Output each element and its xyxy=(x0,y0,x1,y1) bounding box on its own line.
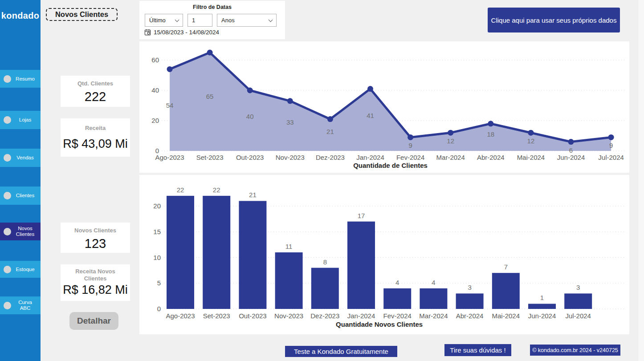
svg-text:7: 7 xyxy=(504,263,508,271)
sidebar-item-resumo[interactable]: Resumo xyxy=(0,70,41,88)
svg-text:Out-2023: Out-2023 xyxy=(236,154,264,161)
svg-text:10: 10 xyxy=(153,254,161,261)
circle-icon xyxy=(4,302,11,309)
circle-icon xyxy=(4,228,11,235)
sidebar-item-curva-abc[interactable]: Curva ABC xyxy=(0,296,41,314)
svg-text:Ago-2023: Ago-2023 xyxy=(155,154,184,161)
period-type-dropdown[interactable]: Último xyxy=(145,14,183,27)
sidebar-item-estoque[interactable]: Estoque xyxy=(0,261,41,278)
svg-text:Jun-2024: Jun-2024 xyxy=(528,312,556,320)
kpi-card-receita-novos-clientes: Receita Novos Clientes R$ 16,82 Mi xyxy=(61,264,130,301)
svg-text:Nov-2023: Nov-2023 xyxy=(274,312,303,320)
kpi-card-qtd-clientes: Qtd. Clientes 222 xyxy=(61,76,130,107)
svg-text:60: 60 xyxy=(151,56,159,64)
page-title: Novos Clientes xyxy=(46,8,118,21)
svg-text:0: 0 xyxy=(157,305,161,312)
sidebar-item-vendas[interactable]: Vendas xyxy=(0,149,41,167)
svg-text:Mai-2024: Mai-2024 xyxy=(492,312,520,320)
period-unit-dropdown[interactable]: Anos xyxy=(217,14,277,27)
scrollbar xyxy=(638,0,644,361)
kpi-label: Qtd. Clientes xyxy=(61,76,130,87)
kpi-value: R$ 16,82 Mi xyxy=(61,283,130,297)
sidebar-item-lojas[interactable]: Lojas xyxy=(0,111,41,129)
svg-text:20: 20 xyxy=(151,117,159,124)
svg-text:33: 33 xyxy=(286,118,294,126)
svg-text:3: 3 xyxy=(576,284,580,291)
detail-button[interactable]: Detalhar xyxy=(69,312,118,330)
svg-text:5: 5 xyxy=(157,279,161,287)
svg-text:40: 40 xyxy=(246,113,254,120)
use-own-data-button[interactable]: Clique aqui para usar seus próprios dado… xyxy=(488,8,620,32)
svg-text:Abr-2024: Abr-2024 xyxy=(456,312,484,320)
kpi-label: Receita xyxy=(61,118,130,132)
date-range-value: 15/08/2023 - 14/08/2024 xyxy=(154,29,219,36)
calendar-icon xyxy=(144,29,151,36)
svg-text:Quantidade Novos Clientes: Quantidade Novos Clientes xyxy=(336,320,423,328)
kpi-value: R$ 43,09 Mi xyxy=(61,137,130,151)
svg-text:20: 20 xyxy=(153,202,161,210)
chevron-down-icon xyxy=(269,17,273,22)
svg-text:40: 40 xyxy=(151,86,159,94)
svg-text:65: 65 xyxy=(206,93,214,100)
svg-text:12: 12 xyxy=(527,137,535,145)
svg-text:Nov-2023: Nov-2023 xyxy=(276,154,305,161)
kondado-logo: kondado xyxy=(0,11,41,21)
svg-text:Ago-2023: Ago-2023 xyxy=(166,312,195,320)
svg-text:Jul-2024: Jul-2024 xyxy=(598,154,624,161)
svg-text:Set-2023: Set-2023 xyxy=(196,154,224,161)
svg-text:15: 15 xyxy=(153,228,161,235)
svg-text:Abr-2024: Abr-2024 xyxy=(477,154,505,161)
kpi-value: 123 xyxy=(61,236,130,251)
svg-text:Jan-2024: Jan-2024 xyxy=(347,312,375,320)
svg-text:Fev-2024: Fev-2024 xyxy=(383,312,412,320)
copyright-badge: © kondado.com.br 2024 - v240725 xyxy=(530,345,620,356)
svg-text:54: 54 xyxy=(166,101,174,109)
svg-text:8: 8 xyxy=(323,258,327,266)
period-count-input[interactable] xyxy=(187,14,212,27)
svg-text:Jul-2024: Jul-2024 xyxy=(565,312,591,320)
kpi-card-receita: Receita R$ 43,09 Mi xyxy=(61,118,130,157)
svg-text:Out-2023: Out-2023 xyxy=(239,312,267,320)
questions-button[interactable]: Tire suas dúvidas ! xyxy=(444,344,511,356)
svg-text:17: 17 xyxy=(358,212,365,219)
date-filter-panel: Filtro de Datas Último Anos 15/08/2023 -… xyxy=(139,1,285,39)
svg-text:Jan-2024: Jan-2024 xyxy=(356,154,384,161)
chevron-down-icon xyxy=(175,17,179,22)
svg-text:41: 41 xyxy=(367,112,374,119)
filter-title: Filtro de Datas xyxy=(139,4,285,10)
sidebar-item-clientes[interactable]: Clientes xyxy=(0,187,41,205)
kpi-label: Novos Clientes xyxy=(61,223,130,234)
new-clients-bar-chart[interactable]: 0510152022222111817443713Ago-2023Set-202… xyxy=(139,175,629,334)
circle-icon xyxy=(4,116,11,124)
kpi-value: 222 xyxy=(61,89,130,104)
svg-text:1: 1 xyxy=(540,294,544,301)
svg-text:9: 9 xyxy=(609,142,613,149)
svg-text:Mar-2024: Mar-2024 xyxy=(436,154,465,161)
svg-text:12: 12 xyxy=(447,137,454,145)
circle-icon xyxy=(4,266,11,273)
svg-text:Dez-2023: Dez-2023 xyxy=(310,312,339,320)
circle-icon xyxy=(4,192,11,199)
svg-text:Mai-2024: Mai-2024 xyxy=(517,154,545,161)
date-range-row: 15/08/2023 - 14/08/2024 xyxy=(144,29,219,36)
circle-icon xyxy=(4,75,11,83)
svg-text:Fev-2024: Fev-2024 xyxy=(396,154,424,161)
svg-text:6: 6 xyxy=(569,146,573,154)
circle-icon xyxy=(4,154,11,162)
svg-text:21: 21 xyxy=(249,191,257,199)
svg-text:Quantidade de Clientes: Quantidade de Clientes xyxy=(353,162,428,169)
svg-text:22: 22 xyxy=(177,186,184,194)
sidebar: kondado Resumo Lojas Vendas Clientes Nov… xyxy=(0,0,41,361)
svg-text:9: 9 xyxy=(408,142,412,149)
svg-text:Set-2023: Set-2023 xyxy=(203,312,230,320)
clients-area-chart[interactable]: 0204060546540332141912181269Ago-2023Set-… xyxy=(139,41,629,173)
svg-text:Dez-2023: Dez-2023 xyxy=(316,154,345,161)
svg-text:11: 11 xyxy=(285,243,293,250)
kpi-card-novos-clientes: Novos Clientes 123 xyxy=(61,223,130,253)
svg-text:4: 4 xyxy=(432,279,435,286)
svg-text:22: 22 xyxy=(213,186,220,194)
sidebar-item-novos-clientes[interactable]: Novos Clientes xyxy=(0,223,41,240)
svg-text:4: 4 xyxy=(395,279,399,286)
free-trial-button[interactable]: Teste a Kondado Gratuitamente xyxy=(285,346,397,357)
svg-text:Mar-2024: Mar-2024 xyxy=(419,312,448,320)
